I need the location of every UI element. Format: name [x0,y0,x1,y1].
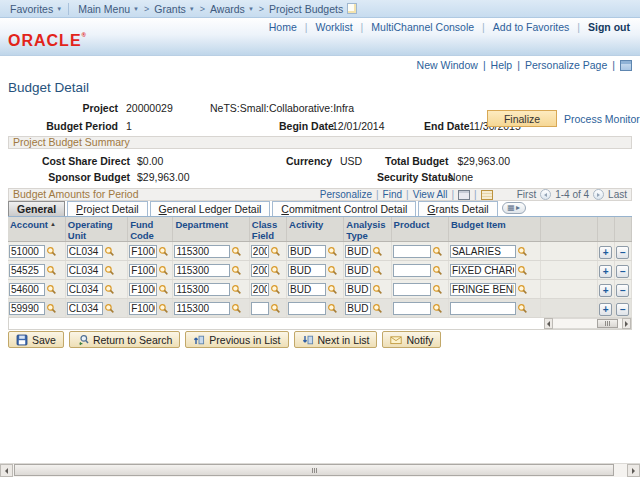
activity-input[interactable] [288,283,326,296]
scroll-track[interactable] [553,318,622,329]
account-input[interactable] [9,245,45,258]
department-input[interactable] [174,264,230,277]
class-field-lookup-icon[interactable] [270,303,281,314]
column-header-class-field[interactable]: Class Field [249,217,286,242]
budget-item-input[interactable] [450,245,516,258]
operating-unit-input[interactable] [67,264,103,277]
product-input[interactable] [393,283,431,296]
activity-lookup-icon[interactable] [327,246,338,257]
account-input[interactable] [9,264,45,277]
department-lookup-icon[interactable] [231,284,242,295]
budget-item-lookup-icon[interactable] [517,284,528,295]
product-lookup-icon[interactable] [432,246,443,257]
pager-next-icon[interactable] [593,189,604,200]
class-field-lookup-icon[interactable] [270,265,281,276]
new-window-link[interactable]: New Window [417,59,478,71]
account-lookup-icon[interactable] [46,246,57,257]
operating-unit-lookup-icon[interactable] [104,246,115,257]
activity-input[interactable] [288,245,326,258]
account-lookup-icon[interactable] [46,284,57,295]
page-scroll-track[interactable] [13,464,627,477]
personalize-link[interactable]: Personalize [320,189,372,200]
breadcrumb-item-main-menu[interactable]: Main Menu▼ [78,3,139,15]
product-lookup-icon[interactable] [432,265,443,276]
personalize-page-icon[interactable] [620,60,632,71]
page-h-scrollbar[interactable] [0,463,640,477]
analysis-type-input[interactable] [345,245,371,258]
operating-unit-input[interactable] [67,302,103,315]
header-link-worklist[interactable]: Worklist [315,21,352,33]
add-row-button[interactable]: + [599,246,612,259]
favorites-menu[interactable]: Favorites ▼ [10,3,62,15]
pager-first-label[interactable]: First [517,189,536,200]
delete-row-button[interactable]: − [616,246,629,259]
fund-code-lookup-icon[interactable] [158,246,169,257]
department-input[interactable] [174,302,230,315]
department-input[interactable] [174,283,230,296]
fund-code-input[interactable] [129,264,157,277]
column-header-product[interactable]: Product [391,217,448,242]
class-field-input[interactable] [251,245,269,258]
header-link-sign-out[interactable]: Sign out [588,21,630,33]
class-field-lookup-icon[interactable] [270,284,281,295]
delete-row-button[interactable]: − [616,303,629,316]
class-field-input[interactable] [251,283,269,296]
tab-project-detail[interactable]: Project Detail [67,201,147,216]
page-scroll-right-arrow[interactable] [627,464,640,477]
class-field-input[interactable] [251,264,269,277]
account-input[interactable] [9,283,45,296]
breadcrumb-item-grants[interactable]: Grants▼ [154,3,194,15]
tab-general[interactable]: General [8,201,65,216]
save-button[interactable]: Save [8,331,64,348]
analysis-type-lookup-icon[interactable] [372,284,383,295]
account-lookup-icon[interactable] [46,303,57,314]
column-header-account[interactable]: Account▲ [8,217,65,242]
page-scroll-thumb[interactable] [14,464,614,476]
column-header-budget-item[interactable]: Budget Item [448,217,541,242]
process-monitor-link[interactable]: Process Monitor [564,113,640,125]
analysis-type-lookup-icon[interactable] [372,246,383,257]
product-input[interactable] [393,264,431,277]
operating-unit-lookup-icon[interactable] [104,265,115,276]
find-link[interactable]: Find [383,189,402,200]
product-input[interactable] [393,245,431,258]
header-link-multichannel-console[interactable]: MultiChannel Console [371,21,474,33]
header-link-add-to-favorites[interactable]: Add to Favorites [493,21,569,33]
activity-lookup-icon[interactable] [327,303,338,314]
analysis-type-input[interactable] [345,264,371,277]
product-lookup-icon[interactable] [432,303,443,314]
breadcrumb-page-icon[interactable] [347,3,357,14]
operating-unit-input[interactable] [67,245,103,258]
fund-code-input[interactable] [129,302,157,315]
analysis-type-lookup-icon[interactable] [372,303,383,314]
tab-commitment-control-detail[interactable]: Commitment Control Detail [272,201,416,216]
column-header-analysis-type[interactable]: Analysis Type [344,217,391,242]
add-row-button[interactable]: + [599,303,612,316]
department-lookup-icon[interactable] [231,246,242,257]
page-scroll-left-arrow[interactable] [0,464,13,477]
view-all-link[interactable]: View All [413,189,448,200]
next-in-list-button[interactable]: Next in List [294,331,378,348]
account-lookup-icon[interactable] [46,265,57,276]
fund-code-input[interactable] [129,245,157,258]
add-row-button[interactable]: + [599,265,612,278]
grid-h-scrollbar[interactable] [544,318,631,329]
tab-grants-detail[interactable]: Grants Detail [418,201,497,216]
analysis-type-input[interactable] [345,283,371,296]
zoom-grid-icon[interactable] [481,190,493,200]
notify-button[interactable]: Notify [382,331,441,348]
budget-item-lookup-icon[interactable] [517,265,528,276]
activity-input[interactable] [288,264,326,277]
return-to-search-button[interactable]: Return to Search [69,331,180,348]
department-lookup-icon[interactable] [231,265,242,276]
personalize-page-link[interactable]: Personalize Page [525,59,607,71]
delete-row-button[interactable]: − [616,265,629,278]
operating-unit-lookup-icon[interactable] [104,284,115,295]
analysis-type-input[interactable] [345,302,371,315]
scroll-right-arrow[interactable] [622,318,631,329]
scroll-left-arrow[interactable] [544,318,553,329]
pager-last-label[interactable]: Last [608,189,627,200]
add-row-button[interactable]: + [599,284,612,297]
download-icon[interactable] [458,190,470,200]
show-all-columns-icon[interactable]: ▦▸ [502,202,526,214]
